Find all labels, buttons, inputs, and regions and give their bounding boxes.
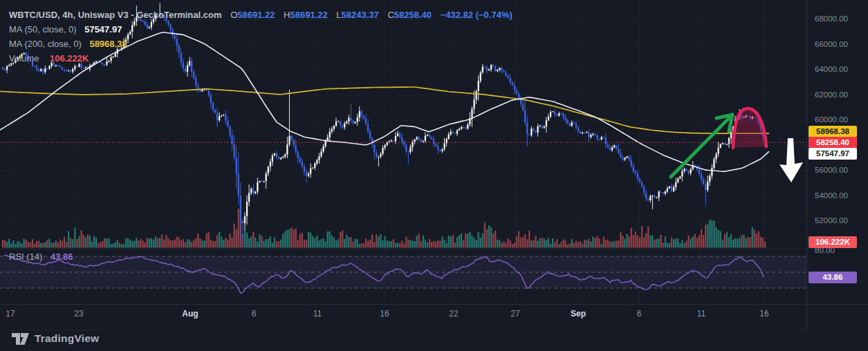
price-tick-54000.00: 54000.00 (815, 191, 848, 200)
time-tick-17: 17 (0, 309, 24, 319)
time-tick-Aug: Aug (176, 309, 204, 319)
trading-chart-window: WBTC/USD, 4h, Uniswap V3 - GeckoTerminal… (0, 0, 868, 351)
price-tick-62000.00: 62000.00 (815, 91, 848, 99)
rsi-pane[interactable] (0, 249, 806, 304)
time-tick-23: 23 (65, 309, 93, 319)
price-tick-66000.00: 66000.00 (815, 40, 848, 48)
volume-tag[interactable]: 106.222K (809, 236, 857, 248)
tradingview-logo-text: TradingView (35, 332, 99, 345)
main-pane[interactable] (0, 0, 806, 249)
price-tick-68000.00: 68000.00 (815, 15, 848, 23)
white-down-arrow[interactable] (779, 138, 803, 182)
time-tick-11: 11 (687, 309, 715, 319)
tradingview-logo-icon (11, 331, 30, 346)
price-tag[interactable]: 58258.40 (809, 137, 857, 149)
time-tick-27: 27 (501, 309, 529, 319)
price-tick-52000.00: 52000.00 (815, 216, 848, 225)
time-tick-16: 16 (750, 309, 778, 319)
tradingview-logo[interactable]: TradingView (11, 331, 99, 346)
ma50-tag[interactable]: 57547.97 (809, 148, 857, 160)
time-tick-6: 6 (625, 309, 653, 319)
time-tick-16: 16 (371, 309, 398, 319)
rsi-tag[interactable]: 43.86 (809, 272, 857, 283)
ma200-tag[interactable]: 58968.38 (809, 126, 857, 137)
volume-bars (2, 209, 766, 247)
chart-canvas[interactable] (0, 0, 868, 351)
price-tick-56000.00: 56000.00 (815, 166, 848, 174)
time-tick-22: 22 (440, 309, 468, 319)
time-tick-11: 11 (304, 309, 331, 319)
price-tick-60000.00: 60000.00 (815, 115, 848, 124)
candles (2, 3, 766, 247)
grid-lines (0, 0, 806, 249)
time-axis[interactable]: 1723Aug611162227Sep61116 (0, 305, 806, 330)
time-tick-Sep: Sep (564, 309, 592, 319)
time-tick-6: 6 (240, 309, 268, 319)
price-axis[interactable]: 68000.0066000.0064000.0062000.0060000.00… (806, 0, 868, 330)
price-tick-64000.00: 64000.00 (815, 65, 848, 73)
